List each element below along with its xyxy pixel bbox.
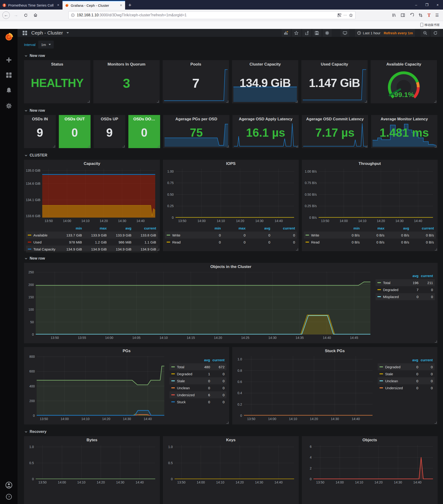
- legend-sort-current[interactable]: current: [270, 226, 295, 230]
- panel-recovery-bytes[interactable]: Bytes 13:5014:0014:1014:2014:3014:401.00…: [24, 436, 160, 504]
- text-tool-icon[interactable]: T: [427, 13, 430, 18]
- interval-select[interactable]: 1m: [38, 41, 54, 49]
- panel-status[interactable]: Status HEALTHY: [24, 60, 90, 103]
- panel-osds-down[interactable]: OSDs DO… 0: [128, 115, 160, 148]
- legend-sort-current[interactable]: current: [419, 274, 433, 278]
- tv-mode-button[interactable]: [341, 29, 349, 37]
- home-button[interactable]: [32, 11, 39, 19]
- row-header-recovery[interactable]: Recovery: [24, 430, 438, 434]
- panel-monitor-latency[interactable]: Average Monitor Latency 1.481 ms: [371, 115, 437, 148]
- legend-row-stale[interactable]: Stale00: [378, 370, 435, 377]
- legend-sort-min[interactable]: min: [335, 226, 360, 230]
- star-button[interactable]: [292, 29, 301, 37]
- legend-row-write[interactable]: Write0 B/s0 B/s0 B/s0 B/s: [304, 232, 436, 239]
- legend-row-degraded[interactable]: Degraded70: [376, 286, 435, 293]
- panel-osds-in[interactable]: OSDs IN 9: [24, 115, 56, 148]
- chevron-down-icon[interactable]: [67, 32, 69, 34]
- bookmark-label[interactable]: 移动版书签: [424, 23, 440, 27]
- panel-pgs-graph[interactable]: PGs 13:5014:0014:1014:2014:3014:40800600…: [24, 347, 229, 424]
- panel-osd-apply-latency[interactable]: Agerage OSD Apply Latency 16.1 µs: [232, 115, 299, 148]
- dashboard-grid-icon[interactable]: [23, 31, 27, 35]
- menu-icon[interactable]: ☰: [435, 13, 439, 18]
- legend-row-total[interactable]: Total480672: [170, 363, 226, 370]
- tab-close-icon[interactable]: ×: [57, 3, 60, 7]
- legend-row-unclean[interactable]: Unclean00: [170, 384, 226, 391]
- page-actions-icon[interactable]: ⋯: [343, 13, 347, 17]
- legend-row-total-capacity[interactable]: Total Capacity134.9 GiB134.9 GiB134.9 Gi…: [26, 246, 158, 252]
- legend-row-read[interactable]: Read0000: [165, 239, 297, 246]
- legend-row-used[interactable]: Used978 MiB1.2 GiB986 MiB1.1 GiB: [26, 239, 158, 246]
- new-tab-button[interactable]: +: [125, 1, 135, 10]
- panel-throughput-graph[interactable]: Throughput 13:5014:0014:1014:2014:3014:4…: [302, 160, 438, 251]
- stuck-pgs-chart[interactable]: 13:5014:0014:1014:2014:3014:401.00.80.60…: [234, 354, 375, 422]
- legend-row-degraded[interactable]: Degraded10: [170, 370, 226, 377]
- panel-cluster-capacity[interactable]: Cluster Capacity 134.9 GiB: [232, 60, 298, 103]
- throughput-chart[interactable]: 13:5014:0014:1014:2014:3014:401.00 B/s0.…: [304, 167, 436, 224]
- legend-row-misplaced[interactable]: Misplaced00: [376, 293, 435, 300]
- add-panel-button[interactable]: [282, 29, 290, 37]
- grafana-logo[interactable]: [4, 32, 14, 42]
- settings-gear-icon[interactable]: [323, 29, 332, 37]
- panel-monitors-in-quorum[interactable]: Monitors In Quorum 3: [93, 60, 160, 103]
- legend-sort-current[interactable]: current: [418, 358, 433, 362]
- legend-sort-avg[interactable]: avg: [404, 274, 419, 278]
- help-icon[interactable]: ?: [6, 494, 12, 500]
- row-header-new-row-1[interactable]: New row: [24, 54, 438, 58]
- panel-objects-in-cluster[interactable]: Objects in the Cluster 13:5013:5514:0014…: [24, 263, 438, 343]
- user-avatar[interactable]: [5, 482, 12, 489]
- legend-row-unclean[interactable]: Unclean00: [378, 377, 435, 384]
- legend-row-undersized[interactable]: Undersized00: [378, 384, 435, 391]
- sidebar-toggle-icon[interactable]: [401, 13, 405, 17]
- legend-row-undersized[interactable]: Undersized60: [170, 391, 226, 398]
- legend-row-degraded[interactable]: Degraded00: [378, 363, 435, 370]
- panel-used-capacity[interactable]: Used Capacity 1.147 GiB: [301, 60, 368, 103]
- qr-code-icon[interactable]: [338, 13, 341, 17]
- forward-button[interactable]: →: [12, 11, 19, 19]
- create-plus-icon[interactable]: [6, 57, 12, 64]
- legend-sort-avg[interactable]: avg: [107, 226, 131, 230]
- panel-osds-up[interactable]: OSDs UP 9: [94, 115, 125, 148]
- legend-sort-min[interactable]: min: [57, 226, 82, 230]
- row-header-new-row-3[interactable]: New row: [24, 256, 438, 261]
- refresh-button[interactable]: [431, 29, 440, 37]
- tab-close-icon[interactable]: ×: [119, 3, 123, 7]
- time-range-picker[interactable]: Last 1 hour Refresh every 1m: [355, 29, 415, 37]
- legend-sort-current[interactable]: current: [210, 358, 225, 362]
- legend-sort-current[interactable]: current: [409, 226, 434, 230]
- objects-chart[interactable]: 13:5013:5514:0014:0514:1014:1514:2014:25…: [26, 270, 373, 341]
- legend-sort-max[interactable]: max: [221, 226, 246, 230]
- panel-stuck-pgs-graph[interactable]: Stuck PGs 13:5014:0014:1014:2014:3014:40…: [232, 347, 437, 424]
- panel-capacity-graph[interactable]: Capacity 13:5014:0014:1014:2014:3014:401…: [24, 160, 160, 251]
- legend-row-read[interactable]: Read0 B/s0 B/s0 B/s0 B/s: [304, 239, 436, 246]
- panel-recovery-objects[interactable]: Objects 13:5014:0014:1014:2014:3014:4064…: [302, 436, 438, 504]
- pgs-chart[interactable]: 13:5014:0014:1014:2014:3014:408006004002…: [26, 354, 167, 422]
- panel-pools[interactable]: Pools 7: [163, 60, 229, 103]
- configuration-gear-icon[interactable]: [6, 103, 12, 110]
- legend-sort-current[interactable]: current: [131, 226, 156, 230]
- panel-recovery-keys[interactable]: Keys 13:5014:0014:1014:2014:3014:401.00.…: [163, 436, 299, 504]
- zoom-out-button[interactable]: [421, 29, 429, 37]
- panel-osd-commit-latency[interactable]: Agerage OSD Commit Latency 7.17 µs: [302, 115, 368, 148]
- back-button[interactable]: ←: [2, 11, 10, 19]
- url-input[interactable]: 192.168.1.10:3000/d/3DwgTIrik/ceph-clust…: [68, 11, 355, 19]
- tab-prometheus[interactable]: Prometheus Time Series Coll ×: [0, 1, 62, 10]
- legend-row-total[interactable]: Total196211: [376, 279, 435, 286]
- dashboard-title[interactable]: Ceph - Cluster: [31, 30, 63, 36]
- iops-chart[interactable]: 13:5014:0014:1014:2014:3014:401.000.750.…: [165, 167, 297, 224]
- capacity-chart[interactable]: 13:5014:0014:1014:2014:3014:40135.0 GiB1…: [26, 167, 158, 224]
- legend-sort-max[interactable]: max: [82, 226, 107, 230]
- legend-row-stale[interactable]: Stale00: [170, 377, 226, 384]
- legend-row-stuck[interactable]: Stuck00: [170, 398, 226, 405]
- legend-row-write[interactable]: Write0000: [165, 232, 297, 239]
- dashboards-icon[interactable]: [6, 72, 12, 79]
- tab-grafana[interactable]: Grafana - Ceph - Cluster ×: [62, 1, 125, 10]
- recovery-objects-chart[interactable]: 13:5014:0014:1014:2014:3014:406420: [304, 443, 436, 485]
- panel-osds-out[interactable]: OSDs OUT 0: [59, 115, 91, 148]
- close-button[interactable]: ×: [432, 0, 443, 10]
- alerting-bell-icon[interactable]: [6, 87, 12, 95]
- legend-sort-avg[interactable]: avg: [246, 226, 270, 230]
- row-header-cluster[interactable]: CLUSTER: [24, 153, 438, 157]
- legend-row-available[interactable]: Available133.7 GiB133.9 GiB133.9 GiB133.…: [26, 232, 158, 239]
- undo-arrow-icon[interactable]: [410, 13, 414, 17]
- reload-button[interactable]: [22, 11, 29, 19]
